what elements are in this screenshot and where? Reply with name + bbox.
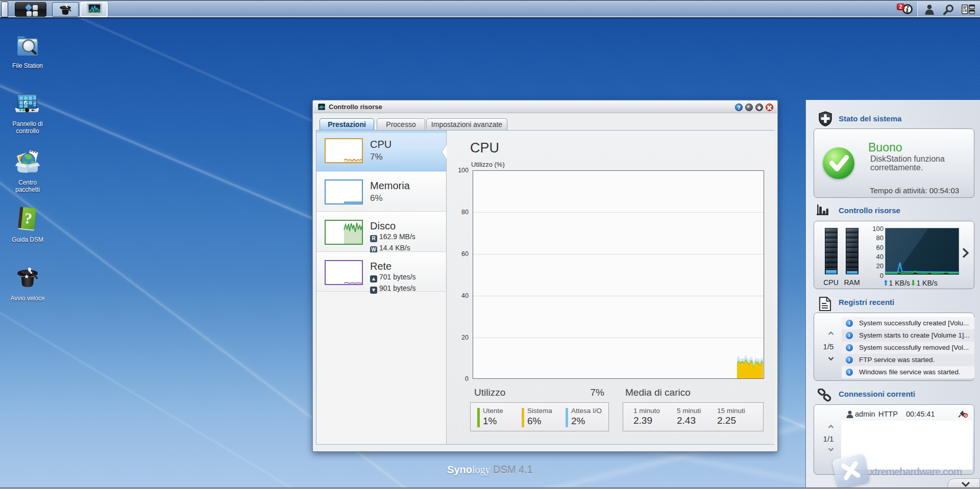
svg-text:?: ? [737,105,740,111]
